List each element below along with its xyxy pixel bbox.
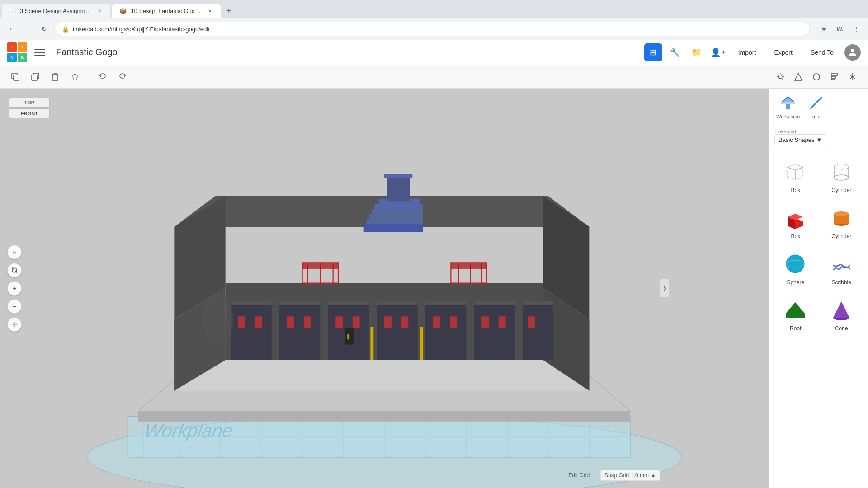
right-panel: Workplane Ruler Tinkercad bbox=[769, 89, 868, 488]
svg-marker-110 bbox=[786, 302, 805, 318]
svg-rect-5 bbox=[52, 74, 58, 80]
url-bar[interactable]: 🔒 tinkercad.com/things/cXupjjYtFkp-fanta… bbox=[54, 22, 810, 36]
shape-sphere-solid-label: Sphere bbox=[787, 279, 804, 286]
snap-grid-arrow: ▲ bbox=[651, 472, 656, 479]
align-tool-button[interactable] bbox=[826, 69, 843, 85]
refresh-button[interactable]: ↻ bbox=[38, 23, 51, 35]
svg-rect-85 bbox=[364, 224, 423, 232]
svg-rect-47 bbox=[287, 316, 294, 328]
fit-view-button[interactable] bbox=[7, 263, 22, 277]
url-text: tinkercad.com/things/cXupjjYtFkp-fantast… bbox=[73, 26, 802, 33]
redo-button[interactable] bbox=[114, 69, 131, 85]
svg-rect-50 bbox=[328, 301, 369, 305]
svg-rect-87 bbox=[384, 174, 412, 178]
shape-cylinder-wireframe-label: Cylinder bbox=[831, 187, 851, 193]
shape-box-wireframe-label: Box bbox=[791, 187, 800, 193]
shape-cylinder-solid-label: Cylinder bbox=[831, 233, 851, 239]
svg-rect-46 bbox=[279, 301, 321, 305]
import-button[interactable]: Import bbox=[731, 45, 764, 60]
svg-rect-95 bbox=[786, 104, 790, 109]
tools-button[interactable]: 🔧 bbox=[666, 43, 684, 61]
copy-button[interactable] bbox=[27, 69, 43, 85]
tab-2-close[interactable]: ✕ bbox=[206, 7, 213, 14]
svg-rect-74 bbox=[302, 263, 338, 269]
mirror-tool-button[interactable] bbox=[844, 69, 861, 85]
svg-rect-10 bbox=[831, 76, 836, 78]
svg-rect-65 bbox=[481, 316, 489, 328]
shapes-grid: Box Cylinder bbox=[769, 149, 868, 341]
tab-2-favicon: 📦 bbox=[119, 7, 127, 14]
w-extension-button[interactable]: W. bbox=[834, 23, 846, 35]
svg-rect-43 bbox=[238, 316, 245, 328]
svg-marker-7 bbox=[795, 73, 802, 80]
snap-grid-control[interactable]: Snap Grid 1.0 mm ▲ bbox=[600, 470, 660, 481]
shapes-header: Tinkercad Basic Shapes ▼ bbox=[769, 125, 868, 149]
view-settings-button[interactable] bbox=[7, 317, 22, 332]
light-tool-button[interactable] bbox=[772, 69, 788, 85]
svg-point-96 bbox=[834, 164, 849, 169]
svg-rect-42 bbox=[231, 301, 272, 305]
bookmark-button[interactable]: ★ bbox=[817, 23, 830, 35]
panel-toggle-button[interactable]: ❯ bbox=[660, 279, 669, 297]
view-cube-top[interactable]: TOP bbox=[9, 98, 50, 108]
workplane-tool[interactable]: Workplane bbox=[776, 94, 800, 119]
zoom-in-button[interactable]: + bbox=[7, 281, 22, 296]
shape-scribble[interactable]: Scribble bbox=[821, 247, 863, 289]
extensions-button[interactable]: ⋮ bbox=[850, 23, 863, 35]
forward-button[interactable]: → bbox=[22, 23, 34, 35]
export-button[interactable]: Export bbox=[767, 45, 799, 60]
snap-grid-value: 1.0 mm bbox=[631, 472, 649, 479]
app-title: Fantastic Gogo bbox=[56, 47, 118, 57]
view-cube-front[interactable]: FRONT bbox=[9, 108, 50, 118]
shape-sphere-solid[interactable]: Sphere bbox=[774, 247, 817, 289]
tab-2[interactable]: 📦 3D design Fantastic Gogo | Tinkc... ✕ bbox=[112, 4, 221, 18]
view-cube[interactable]: TOP FRONT bbox=[9, 98, 50, 138]
address-bar: ← → ↻ 🔒 tinkercad.com/things/cXupjjYtFkp… bbox=[0, 18, 868, 40]
tab-1-close[interactable]: ✕ bbox=[96, 7, 103, 14]
delete-button[interactable] bbox=[67, 69, 83, 85]
svg-rect-11 bbox=[831, 79, 835, 80]
svg-point-92 bbox=[14, 324, 15, 325]
shape-cylinder-wireframe[interactable]: Cylinder bbox=[821, 155, 863, 197]
home-view-button[interactable]: ⌂ bbox=[7, 245, 22, 259]
lock-icon: 🔒 bbox=[62, 26, 69, 33]
tab-1[interactable]: 📄 3 Scene Design Assignment : 4 S... ✕ bbox=[2, 4, 110, 18]
svg-text:Workplane: Workplane bbox=[143, 420, 235, 441]
undo-button[interactable] bbox=[94, 69, 111, 85]
zoom-out-button[interactable]: − bbox=[7, 299, 22, 314]
edit-grid-button[interactable]: Edit Grid bbox=[565, 470, 593, 480]
file-button[interactable]: 📁 bbox=[688, 43, 706, 61]
shape-box-wireframe[interactable]: Box bbox=[774, 155, 817, 197]
svg-point-88 bbox=[203, 293, 233, 344]
svg-rect-69 bbox=[528, 316, 535, 328]
svg-marker-112 bbox=[833, 301, 849, 318]
shape-roof[interactable]: Roof bbox=[774, 293, 817, 335]
send-to-button[interactable]: Send To bbox=[803, 45, 841, 60]
grid-view-button[interactable]: ⊞ bbox=[644, 43, 662, 61]
ruler-tool[interactable]: Ruler bbox=[807, 94, 825, 119]
shape-cone[interactable]: Cone bbox=[821, 293, 863, 335]
svg-rect-60 bbox=[425, 301, 467, 305]
svg-rect-93 bbox=[781, 102, 795, 104]
circle-tool-button[interactable] bbox=[808, 69, 825, 85]
svg-rect-64 bbox=[474, 301, 515, 305]
back-button[interactable]: ← bbox=[5, 23, 18, 35]
svg-rect-62 bbox=[450, 316, 457, 328]
copy-to-workplane-button[interactable] bbox=[7, 69, 24, 85]
new-tab-button[interactable]: + bbox=[222, 5, 235, 17]
svg-rect-89 bbox=[370, 327, 373, 360]
svg-point-97 bbox=[834, 175, 849, 180]
shape-cylinder-solid[interactable]: Cylinder bbox=[821, 201, 863, 243]
shapes-category-dropdown[interactable]: Basic Shapes ▼ bbox=[774, 134, 826, 145]
svg-rect-79 bbox=[451, 263, 486, 269]
svg-rect-2 bbox=[14, 75, 19, 80]
shapes-source: Tinkercad bbox=[774, 129, 826, 134]
shape-tool-button[interactable] bbox=[790, 69, 807, 85]
canvas-area[interactable]: Workplane bbox=[0, 89, 769, 488]
shape-box-solid[interactable]: Box bbox=[774, 201, 817, 243]
panel-tools: Workplane Ruler bbox=[769, 89, 868, 125]
hamburger-menu-button[interactable] bbox=[33, 45, 47, 60]
paste-button[interactable] bbox=[47, 69, 63, 85]
add-user-button[interactable]: 👤+ bbox=[709, 43, 727, 61]
svg-rect-66 bbox=[499, 316, 506, 328]
